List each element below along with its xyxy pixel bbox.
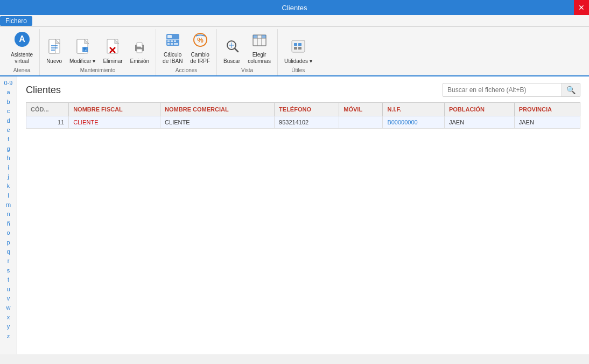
sidebar-item-l[interactable]: l bbox=[0, 191, 17, 200]
svg-rect-48 bbox=[298, 47, 301, 50]
svg-rect-31 bbox=[174, 43, 178, 45]
emision-button[interactable]: Emisión bbox=[127, 37, 153, 66]
sidebar-item-h[interactable]: h bbox=[0, 153, 17, 163]
elegir-columnas-icon bbox=[251, 32, 268, 51]
sidebar-item-q[interactable]: q bbox=[0, 247, 17, 256]
search-submit-button[interactable]: 🔍 bbox=[562, 83, 580, 96]
col-header-telefono: TELÉFONO bbox=[275, 103, 339, 116]
utilidades-label: Utilidades ▾ bbox=[284, 58, 312, 65]
asistente-icon: A bbox=[13, 31, 31, 51]
col-header-poblacion: POBLACIÓN bbox=[444, 103, 514, 116]
col-header-nombre-comercial: NOMBRE COMERCIAL bbox=[160, 103, 275, 116]
svg-rect-45 bbox=[294, 43, 297, 46]
sidebar-item-g[interactable]: g bbox=[0, 144, 17, 153]
sidebar-item-d[interactable]: d bbox=[0, 116, 17, 125]
cell-nombre-comercial: CLIENTE bbox=[160, 116, 275, 129]
menu-bar: Fichero bbox=[0, 15, 589, 27]
content-area: Clientes 🔍 CÓD... NOMBRE FISCAL NOMBRE C… bbox=[17, 76, 589, 354]
sidebar-item-m[interactable]: m bbox=[0, 200, 17, 209]
modificar-button[interactable]: Modificar ▾ bbox=[66, 37, 99, 66]
eliminar-button[interactable]: Eliminar bbox=[100, 37, 125, 66]
svg-line-35 bbox=[235, 48, 238, 52]
cambio-irpf-label: Cambio de IRPF bbox=[190, 52, 210, 65]
cell-provincia: JAEN bbox=[514, 116, 580, 129]
sidebar-item-j[interactable]: j bbox=[0, 172, 17, 181]
cell-movil bbox=[339, 116, 383, 129]
cell-telefono: 953214102 bbox=[275, 116, 339, 129]
sidebar-item-i[interactable]: i bbox=[0, 163, 17, 172]
page-title: Clientes bbox=[26, 85, 61, 96]
table-header-row: CÓD... NOMBRE FISCAL NOMBRE COMERCIAL TE… bbox=[26, 103, 580, 116]
svg-rect-42 bbox=[253, 35, 257, 38]
close-button[interactable]: ✕ bbox=[574, 0, 589, 15]
table-row[interactable]: 11 CLIENTE CLIENTE 953214102 B00000000 J… bbox=[26, 116, 580, 129]
title-bar: Clientes ✕ bbox=[0, 0, 589, 15]
col-header-movil: MÓVIL bbox=[339, 103, 383, 116]
sidebar-item-s[interactable]: s bbox=[0, 266, 17, 275]
clients-table: CÓD... NOMBRE FISCAL NOMBRE COMERCIAL TE… bbox=[26, 102, 580, 129]
svg-rect-27 bbox=[171, 40, 173, 42]
sidebar-item-ñ[interactable]: ñ bbox=[0, 219, 17, 228]
utilidades-button[interactable]: Utilidades ▾ bbox=[281, 37, 315, 66]
sidebar-item-r[interactable]: r bbox=[0, 256, 17, 265]
svg-point-22 bbox=[141, 46, 143, 48]
sidebar-item-e[interactable]: e bbox=[0, 125, 17, 135]
svg-rect-29 bbox=[167, 43, 170, 45]
elegir-columnas-button[interactable]: Elegir columnas bbox=[244, 30, 274, 66]
sidebar-item-09[interactable]: 0-9 bbox=[0, 79, 17, 88]
sidebar-item-c[interactable]: c bbox=[0, 107, 17, 116]
modificar-dropdown-arrow: ▾ bbox=[93, 58, 95, 64]
svg-rect-43 bbox=[262, 35, 266, 38]
emision-icon bbox=[132, 38, 147, 58]
elegir-columnas-label: Elegir columnas bbox=[248, 52, 271, 65]
sidebar-item-n[interactable]: n bbox=[0, 209, 17, 219]
calculo-iban-icon bbox=[164, 32, 181, 51]
ribbon-group-vista: Buscar Elegir columnas bbox=[217, 29, 278, 75]
sidebar-item-x[interactable]: x bbox=[0, 313, 17, 322]
buscar-icon bbox=[225, 38, 240, 58]
sidebar-item-z[interactable]: z bbox=[0, 332, 17, 341]
ribbon-group-vista-label: Vista bbox=[220, 66, 274, 74]
sidebar-item-a[interactable]: a bbox=[0, 88, 17, 97]
sidebar-item-k[interactable]: k bbox=[0, 181, 17, 191]
nuevo-button[interactable]: Nuevo bbox=[43, 37, 65, 66]
cambio-irpf-button[interactable]: % Cambio de IRPF bbox=[187, 30, 213, 66]
ribbon: A Asistente virtual Atenea bbox=[0, 27, 589, 76]
sidebar-item-o[interactable]: o bbox=[0, 228, 17, 237]
calculo-iban-button[interactable]: Cálculo de IBAN bbox=[159, 30, 186, 66]
cambio-irpf-icon: % bbox=[192, 32, 209, 51]
sidebar-item-y[interactable]: y bbox=[0, 322, 17, 331]
buscar-button[interactable]: Buscar bbox=[220, 37, 243, 66]
app-title: Clientes bbox=[282, 4, 307, 12]
search-input[interactable] bbox=[443, 84, 562, 96]
sidebar-item-w[interactable]: w bbox=[0, 303, 17, 312]
asistente-label: Asistente virtual bbox=[11, 52, 33, 65]
col-header-cod: CÓD... bbox=[26, 103, 69, 116]
ribbon-group-mantenimiento-label: Mantenimiento bbox=[43, 66, 152, 74]
svg-rect-47 bbox=[294, 47, 297, 50]
menu-item-fichero[interactable]: Fichero bbox=[0, 16, 32, 26]
asistente-virtual-button[interactable]: A Asistente virtual bbox=[8, 29, 36, 66]
sidebar-item-f[interactable]: f bbox=[0, 135, 17, 144]
main-content: 0-9 a b c d e f g h i j k l m n ñ o p q … bbox=[0, 76, 589, 354]
svg-rect-46 bbox=[298, 43, 301, 46]
sidebar-item-p[interactable]: p bbox=[0, 238, 17, 247]
svg-text:A: A bbox=[19, 34, 25, 44]
sidebar-item-t[interactable]: t bbox=[0, 275, 17, 284]
ribbon-group-atenea-label: Atenea bbox=[8, 66, 36, 74]
cell-nombre-fiscal: CLIENTE bbox=[69, 116, 160, 129]
svg-rect-28 bbox=[174, 40, 176, 42]
svg-text:%: % bbox=[197, 36, 204, 44]
ribbon-group-acciones: Cálculo de IBAN % Cambio de IRPF Accione… bbox=[156, 29, 217, 75]
sidebar-item-v[interactable]: v bbox=[0, 294, 17, 303]
cell-poblacion: JAEN bbox=[444, 116, 514, 129]
emision-label: Emisión bbox=[130, 58, 150, 65]
col-header-provincia: PROVINCIA bbox=[514, 103, 580, 116]
sidebar-item-u[interactable]: u bbox=[0, 285, 17, 294]
utilidades-icon bbox=[290, 38, 307, 58]
col-header-nif: N.I.F. bbox=[383, 103, 445, 116]
eliminar-label: Eliminar bbox=[103, 58, 122, 65]
svg-rect-21 bbox=[137, 49, 142, 53]
sidebar-item-b[interactable]: b bbox=[0, 97, 17, 107]
page-header: Clientes 🔍 bbox=[26, 83, 580, 97]
